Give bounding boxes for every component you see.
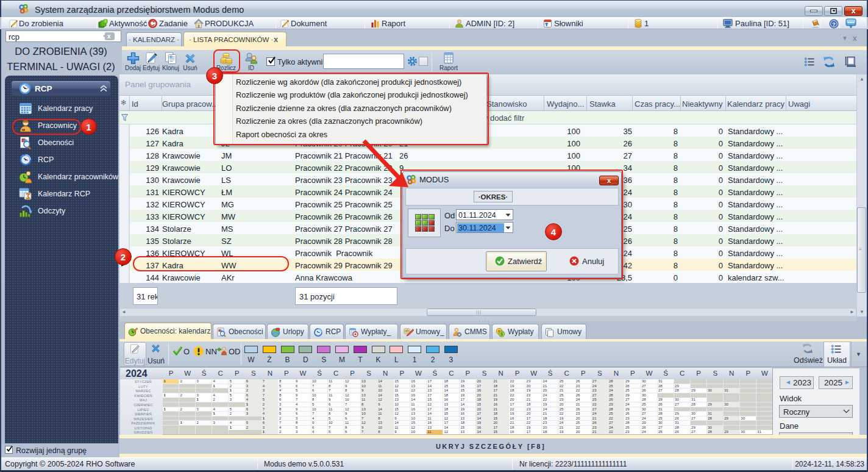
svg-text:ab: ab — [405, 329, 410, 333]
svg-text:$: $ — [500, 332, 503, 336]
svg-text:?: ? — [832, 21, 836, 27]
